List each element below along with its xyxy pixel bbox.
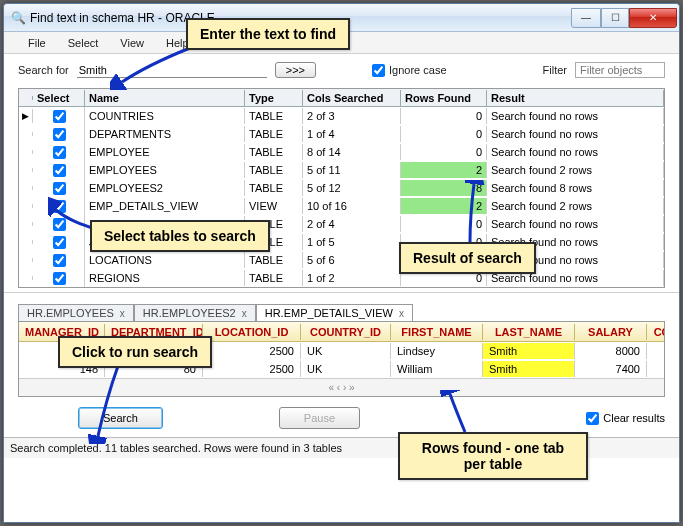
tables-grid-header: Select Name Type Cols Searched Rows Foun…: [19, 89, 664, 107]
tab-label: HR.EMPLOYEES: [27, 307, 114, 319]
cell-cols: 5 of 6: [303, 252, 401, 268]
col-result[interactable]: Result: [487, 90, 664, 106]
cell-result: Search found no rows: [487, 108, 664, 124]
cell-country: UK: [301, 361, 391, 377]
cell-name: DEPARTMENTS: [85, 126, 245, 142]
cell-com: [647, 367, 665, 371]
table-row[interactable]: DEPARTMENTSTABLE1 of 40Search found no r…: [19, 125, 664, 143]
cell-result: Search found 8 rows: [487, 180, 664, 196]
cell-result: Search found no rows: [487, 144, 664, 160]
row-select-checkbox[interactable]: [53, 272, 66, 285]
row-select-checkbox[interactable]: [53, 110, 66, 123]
cell-cols: 2 of 4: [303, 216, 401, 232]
cell-name: LOCATIONS: [85, 252, 245, 268]
cell-type: TABLE: [245, 126, 303, 142]
clear-results-input[interactable]: [586, 412, 599, 425]
tab-close-icon[interactable]: x: [242, 308, 247, 319]
rcol-country[interactable]: COUNTRY_ID: [301, 324, 391, 340]
rcol-com[interactable]: COM: [647, 324, 665, 340]
pause-button[interactable]: Pause: [279, 407, 360, 429]
callout-click-search: Click to run search: [58, 336, 212, 368]
tab-label: HR.EMP_DETAILS_VIEW: [265, 307, 393, 319]
table-row[interactable]: LOCATIONSTABLE5 of 60Search found no row…: [19, 251, 664, 269]
tables-grid: Select Name Type Cols Searched Rows Foun…: [18, 88, 665, 288]
col-select[interactable]: Select: [33, 90, 85, 106]
cell-type: VIEW: [245, 198, 303, 214]
cell-result: Search found no rows: [487, 216, 664, 232]
row-select-checkbox[interactable]: [53, 164, 66, 177]
rcol-location[interactable]: LOCATION_ID: [203, 324, 301, 340]
cell-name: EMPLOYEES: [85, 162, 245, 178]
close-button[interactable]: ✕: [629, 8, 677, 28]
cell-location: 2500: [203, 361, 301, 377]
clear-results-label: Clear results: [603, 412, 665, 424]
callout-select-tables: Select tables to search: [90, 220, 270, 252]
cell-cols: 5 of 11: [303, 162, 401, 178]
table-row[interactable]: EMPLOYEES2TABLE5 of 128Search found 8 ro…: [19, 179, 664, 197]
app-icon: 🔍: [10, 10, 26, 26]
tables-grid-body[interactable]: ▶COUNTRIESTABLE2 of 30Search found no ro…: [19, 107, 664, 287]
table-row[interactable]: EMP_DETAILS_VIEWVIEW10 of 162Search foun…: [19, 197, 664, 215]
cell-rows: 0: [401, 108, 487, 124]
rcol-lastname[interactable]: LAST_NAME: [483, 324, 575, 340]
row-pointer: [19, 132, 33, 136]
col-rows[interactable]: Rows Found: [401, 90, 487, 106]
row-pointer: [19, 150, 33, 154]
cell-cols: 1 of 2: [303, 270, 401, 286]
cell-rows: 0: [401, 144, 487, 160]
menu-select[interactable]: Select: [58, 35, 109, 51]
row-pointer: [19, 186, 33, 190]
row-select-checkbox[interactable]: [53, 182, 66, 195]
menu-file[interactable]: File: [18, 35, 56, 51]
cell-firstname: William: [391, 361, 483, 377]
go-button[interactable]: >>>: [275, 62, 316, 78]
search-bar: Search for >>> Ignore case Filter: [4, 54, 679, 88]
table-row[interactable]: EMPLOYEESTABLE5 of 112Search found 2 row…: [19, 161, 664, 179]
row-select-checkbox[interactable]: [53, 236, 66, 249]
callout-enter-text: Enter the text to find: [186, 18, 350, 50]
minimize-button[interactable]: —: [571, 8, 601, 28]
search-for-label: Search for: [18, 64, 69, 76]
row-pointer: [19, 258, 33, 262]
row-select-checkbox[interactable]: [53, 128, 66, 141]
cell-rows: 0: [401, 126, 487, 142]
row-pointer: [19, 222, 33, 226]
tab-close-icon[interactable]: x: [120, 308, 125, 319]
tab-close-icon[interactable]: x: [399, 308, 404, 319]
cell-firstname: Lindsey: [391, 343, 483, 359]
row-select-checkbox[interactable]: [53, 254, 66, 267]
row-pointer: ▶: [19, 109, 33, 123]
table-row[interactable]: EMPLOYEETABLE8 of 140Search found no row…: [19, 143, 664, 161]
filter-input[interactable]: [575, 62, 665, 78]
clear-results-checkbox[interactable]: Clear results: [586, 412, 665, 425]
result-tab[interactable]: HR.EMPLOYEESx: [18, 304, 134, 321]
cell-rows: 2: [401, 162, 487, 178]
maximize-button[interactable]: ☐: [601, 8, 629, 28]
cell-cols: 2 of 3: [303, 108, 401, 124]
cell-com: [647, 349, 665, 353]
table-row[interactable]: ▶COUNTRIESTABLE2 of 30Search found no ro…: [19, 107, 664, 125]
ignore-case-checkbox[interactable]: Ignore case: [372, 64, 446, 77]
rcol-firstname[interactable]: FIRST_NAME: [391, 324, 483, 340]
result-tab[interactable]: HR.EMP_DETAILS_VIEWx: [256, 304, 413, 321]
cell-country: UK: [301, 343, 391, 359]
cell-result: Search found 2 rows: [487, 198, 664, 214]
ignore-case-input[interactable]: [372, 64, 385, 77]
cell-cols: 1 of 4: [303, 126, 401, 142]
table-row[interactable]: REGIONSTABLE1 of 20Search found no rows: [19, 269, 664, 287]
callout-result: Result of search: [399, 242, 536, 274]
row-pointer: [19, 276, 33, 280]
result-tab[interactable]: HR.EMPLOYEES2x: [134, 304, 256, 321]
col-type[interactable]: Type: [245, 90, 303, 106]
row-select-checkbox[interactable]: [53, 146, 66, 159]
cell-cols: 1 of 5: [303, 234, 401, 250]
cell-result: Search found no rows: [487, 126, 664, 142]
cell-type: TABLE: [245, 144, 303, 160]
col-cols[interactable]: Cols Searched: [303, 90, 401, 106]
rcol-salary[interactable]: SALARY: [575, 324, 647, 340]
cell-lastname: Smith: [483, 343, 575, 359]
cell-name: REGIONS: [85, 270, 245, 286]
col-name[interactable]: Name: [85, 90, 245, 106]
result-tabs: HR.EMPLOYEESxHR.EMPLOYEES2xHR.EMP_DETAIL…: [18, 304, 665, 321]
cell-location: 2500: [203, 343, 301, 359]
